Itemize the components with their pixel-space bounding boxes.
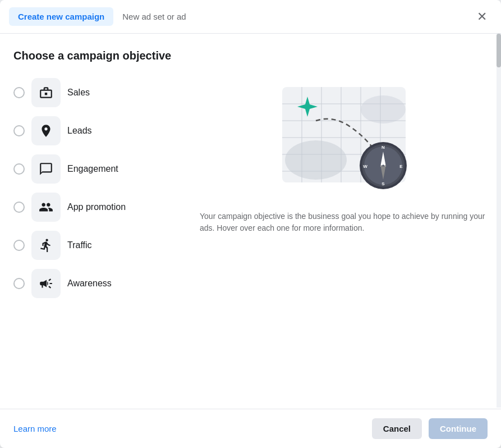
app-promotion-icon bbox=[39, 200, 53, 214]
radio-leads[interactable] bbox=[13, 125, 25, 136]
radio-awareness[interactable] bbox=[13, 278, 25, 289]
dialog-scroll-area[interactable]: Choose a campaign objective Sales bbox=[0, 34, 501, 409]
dialog-body: Choose a campaign objective Sales bbox=[0, 34, 501, 409]
learn-more-link[interactable]: Learn more bbox=[13, 424, 57, 433]
sales-label: Sales bbox=[67, 88, 90, 98]
scroll-track bbox=[497, 34, 501, 408]
objective-item-app-promotion[interactable]: App promotion bbox=[13, 190, 182, 224]
dialog-header: Create new campaign New ad set or ad ✕ bbox=[0, 0, 501, 34]
objectives-list: Sales Leads bbox=[13, 76, 182, 300]
objective-item-sales[interactable]: Sales bbox=[13, 76, 182, 109]
campaign-illustration: N S W E bbox=[265, 76, 422, 199]
dialog-container: Create new campaign New ad set or ad ✕ C… bbox=[0, 0, 501, 448]
page-title: Choose a campaign objective bbox=[13, 49, 488, 62]
objective-description: Your campaign objective is the business … bbox=[200, 211, 488, 234]
footer-buttons: Cancel Continue bbox=[372, 418, 488, 439]
sales-icon bbox=[39, 85, 53, 100]
radio-app-promotion[interactable] bbox=[13, 202, 25, 213]
svg-point-13 bbox=[361, 95, 406, 124]
leads-icon bbox=[39, 124, 53, 138]
awareness-icon bbox=[39, 276, 53, 291]
tab-new-ad-set[interactable]: New ad set or ad bbox=[113, 7, 195, 26]
traffic-label: Traffic bbox=[67, 240, 92, 250]
objective-item-awareness[interactable]: Awareness bbox=[13, 267, 182, 300]
objective-item-leads[interactable]: Leads bbox=[13, 114, 182, 148]
close-icon: ✕ bbox=[477, 10, 487, 24]
traffic-icon-box bbox=[31, 231, 61, 260]
engagement-label: Engagement bbox=[67, 164, 118, 174]
svg-text:S: S bbox=[382, 181, 385, 186]
scroll-thumb[interactable] bbox=[497, 34, 501, 67]
objective-item-engagement[interactable]: Engagement bbox=[13, 152, 182, 186]
radio-engagement[interactable] bbox=[13, 163, 25, 175]
close-button[interactable]: ✕ bbox=[472, 7, 492, 27]
engagement-icon bbox=[39, 162, 53, 176]
dialog-footer: Learn more Cancel Continue bbox=[0, 409, 501, 448]
svg-rect-0 bbox=[45, 93, 47, 95]
continue-button[interactable]: Continue bbox=[429, 418, 488, 439]
engagement-icon-box bbox=[31, 154, 61, 184]
svg-text:W: W bbox=[363, 164, 367, 169]
leads-icon-box bbox=[31, 116, 61, 145]
svg-text:N: N bbox=[382, 145, 385, 150]
svg-point-12 bbox=[285, 140, 347, 180]
traffic-icon bbox=[39, 238, 53, 253]
cancel-button[interactable]: Cancel bbox=[372, 418, 422, 439]
content-area: Sales Leads bbox=[13, 76, 488, 300]
tab-create-campaign[interactable]: Create new campaign bbox=[9, 7, 113, 26]
sales-icon-box bbox=[31, 78, 61, 107]
app-promotion-icon-box bbox=[31, 193, 61, 222]
radio-traffic[interactable] bbox=[13, 240, 25, 251]
radio-sales[interactable] bbox=[13, 87, 25, 98]
right-panel: N S W E Your campaign objective is the b… bbox=[200, 76, 488, 300]
leads-label: Leads bbox=[67, 126, 92, 136]
awareness-label: Awareness bbox=[67, 278, 112, 289]
objective-item-traffic[interactable]: Traffic bbox=[13, 228, 182, 262]
app-promotion-label: App promotion bbox=[67, 202, 126, 212]
awareness-icon-box bbox=[31, 269, 61, 298]
svg-text:E: E bbox=[399, 164, 403, 169]
